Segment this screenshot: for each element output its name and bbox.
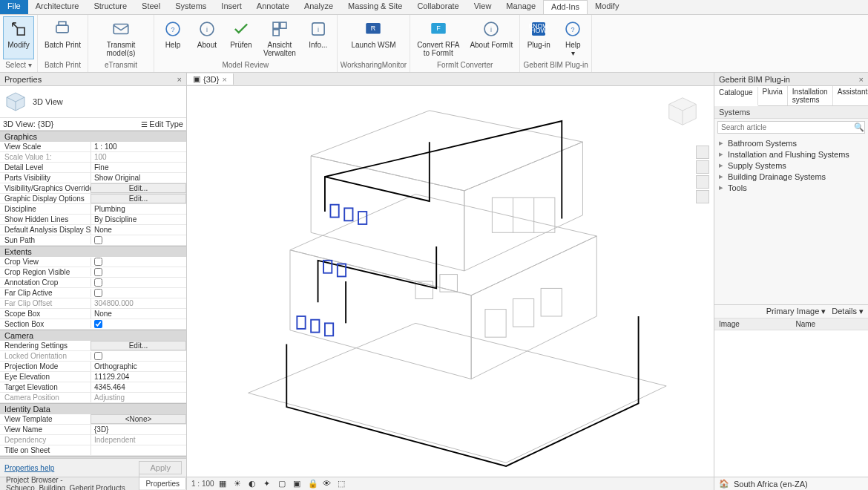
view-selector[interactable]: 3D View: {3D} — [3, 120, 53, 128]
project-browser-tab[interactable]: Project Browser - Schueco_Building_Geber… — [0, 474, 139, 491]
prop-value[interactable]: Fine — [91, 163, 186, 172]
plugin-tab-catalogue[interactable]: Catalogue — [714, 87, 758, 106]
prop-group-header[interactable]: Identity Data — [0, 403, 186, 414]
menu-tab-manage[interactable]: Manage — [499, 0, 543, 14]
sun-icon[interactable]: ☀ — [234, 479, 244, 489]
viewport[interactable] — [187, 86, 714, 477]
prop-value[interactable]: 100 — [91, 152, 186, 162]
close-icon[interactable]: × — [222, 75, 226, 84]
menu-tab-modify[interactable]: Modify — [588, 0, 626, 14]
search-icon[interactable]: 🔍 — [854, 122, 864, 133]
prop-checkbox[interactable] — [94, 236, 102, 244]
tree-node[interactable]: ▸Tools — [719, 182, 864, 193]
model-graphics-icon[interactable]: ▦ — [219, 479, 229, 489]
nav-orbit-icon[interactable] — [696, 190, 709, 203]
menu-tab-view[interactable]: View — [467, 0, 499, 14]
crop-region-icon[interactable]: ▣ — [293, 479, 303, 489]
prop-value[interactable]: 304800.000 — [91, 298, 186, 308]
tree-node[interactable]: ▸Bathroom Systems — [719, 137, 864, 148]
shadows-icon[interactable]: ◐ — [249, 479, 259, 489]
prop-value[interactable]: None — [91, 309, 186, 318]
prop-value[interactable]: Independent — [91, 435, 186, 445]
apply-button[interactable]: Apply — [139, 461, 182, 474]
primary-image-dropdown[interactable]: Primary Image ▾ — [766, 307, 826, 316]
ribbon-aboutformit-button[interactable]: iAbout FormIt — [466, 16, 516, 59]
home-icon[interactable]: 🏠 — [719, 479, 729, 489]
details-dropdown[interactable]: Details ▾ — [832, 307, 864, 316]
tree-node[interactable]: ▸Supply Systems — [719, 160, 864, 171]
ribbon-wsm-button[interactable]: RLaunch WSM — [347, 16, 399, 59]
ribbon-verwalten-button[interactable]: Ansicht Verwalten — [260, 16, 300, 59]
prop-value[interactable]: Adjusting — [91, 393, 186, 402]
plugin-tab-installation-systems[interactable]: Installation systems — [788, 86, 833, 105]
view-tab-3d[interactable]: ▣ {3D} × — [187, 74, 234, 85]
menu-tab-annotate[interactable]: Annotate — [249, 0, 297, 14]
properties-help-link[interactable]: Properties help — [4, 464, 54, 472]
close-icon[interactable]: × — [859, 75, 864, 84]
view-cube[interactable] — [665, 94, 700, 129]
prop-checkbox[interactable] — [94, 320, 102, 328]
menu-tab-add-ins[interactable]: Add-Ins — [543, 0, 588, 14]
menu-tab-structure[interactable]: Structure — [86, 0, 134, 14]
reveal-icon[interactable]: ⬚ — [338, 479, 348, 489]
prop-edit-button[interactable]: Edit... — [91, 183, 186, 193]
nav-pan-icon[interactable] — [696, 160, 709, 174]
prop-group-header[interactable]: Graphics — [0, 131, 186, 142]
crop-icon[interactable]: ▢ — [278, 479, 289, 489]
prop-checkbox[interactable] — [94, 278, 102, 287]
prop-value[interactable]: By Discipline — [91, 215, 186, 224]
menu-tab-steel[interactable]: Steel — [134, 0, 168, 14]
prop-edit-button[interactable]: Edit... — [91, 194, 186, 203]
prop-value[interactable]: 4345.464 — [91, 382, 186, 392]
scale-control[interactable]: 1 : 100 — [191, 480, 214, 488]
ribbon-rfa-button[interactable]: FConvert RFA to FormIt — [413, 16, 463, 59]
prop-value[interactable] — [91, 445, 186, 455]
menu-tab-architecture[interactable]: Architecture — [28, 0, 87, 14]
prop-value[interactable]: Orthographic — [91, 362, 186, 371]
menu-tab-systems[interactable]: Systems — [168, 0, 214, 14]
prop-checkbox[interactable] — [94, 289, 102, 297]
hide-icon[interactable]: 👁 — [323, 479, 333, 489]
prop-value[interactable]: 11129.204 — [91, 372, 186, 382]
ribbon-help1-button[interactable]: ?Help — [157, 16, 188, 59]
prop-edit-button[interactable]: <None> — [91, 414, 186, 424]
plugin-tab-pluvia[interactable]: Pluvia — [758, 86, 788, 105]
nav-wheel-icon[interactable] — [696, 146, 709, 159]
edit-type-button[interactable]: ☰ Edit Type — [141, 120, 183, 128]
menu-tab-collaborate[interactable]: Collaborate — [410, 0, 466, 14]
prop-group-header[interactable]: Extents — [0, 246, 186, 257]
ribbon-plugin-button[interactable]: KNOWHOWPlug-in — [523, 16, 554, 59]
tree-node[interactable]: ▸Installation and Flushing Systems — [719, 148, 864, 160]
ribbon-modify-button[interactable]: Modify — [3, 16, 34, 59]
prop-value[interactable]: {3D} — [91, 425, 186, 434]
ribbon-transmit-button[interactable]: Transmit model(s) — [91, 16, 151, 59]
ribbon-about-button[interactable]: iAbout — [191, 16, 223, 59]
plugin-tab-assistants[interactable]: Assistants — [833, 86, 868, 105]
menu-tab-analyze[interactable]: Analyze — [297, 0, 341, 14]
ribbon-prufen-button[interactable]: Prüfen — [226, 16, 257, 59]
ribbon-info-button[interactable]: iInfo... — [303, 16, 334, 59]
locale-label[interactable]: South Africa (en-ZA) — [734, 480, 808, 489]
prop-checkbox[interactable] — [94, 352, 102, 360]
nav-zoom-icon[interactable] — [696, 175, 709, 189]
search-input[interactable] — [718, 122, 854, 133]
prop-value[interactable]: Show Original — [91, 173, 186, 183]
prop-value[interactable]: 1 : 100 — [91, 142, 186, 151]
file-tab[interactable]: File — [0, 0, 28, 14]
render-icon[interactable]: ✦ — [263, 479, 274, 489]
menu-tab-insert[interactable]: Insert — [214, 0, 249, 14]
ribbon-help2-button[interactable]: ?Help ▾ — [557, 16, 588, 59]
properties-tab[interactable]: Properties — [139, 478, 186, 489]
prop-checkbox[interactable] — [94, 268, 102, 276]
prop-value[interactable]: Plumbing — [91, 204, 186, 214]
tree-node[interactable]: ▸Building Drainage Systems — [719, 171, 864, 182]
lock-icon[interactable]: 🔒 — [308, 479, 318, 489]
view-head[interactable]: 3D View — [0, 86, 186, 118]
prop-edit-button[interactable]: Edit... — [91, 341, 186, 350]
prop-value[interactable]: None — [91, 225, 186, 235]
prop-group-header[interactable]: Camera — [0, 330, 186, 341]
close-icon[interactable]: × — [177, 75, 182, 84]
prop-checkbox[interactable] — [94, 258, 102, 266]
menu-tab-massing-site[interactable]: Massing & Site — [341, 0, 410, 14]
ribbon-batchprint-button[interactable]: Batch Print — [41, 16, 85, 59]
